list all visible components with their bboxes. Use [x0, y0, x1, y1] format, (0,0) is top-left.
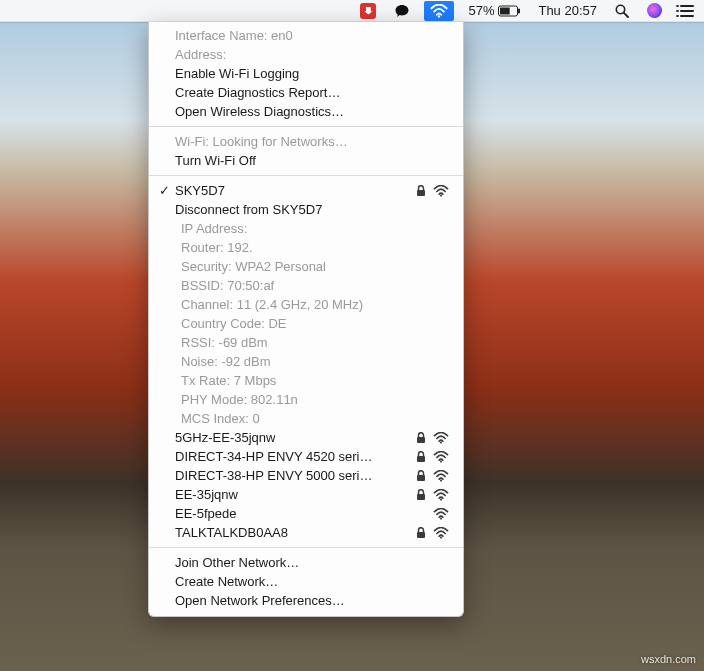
separator	[149, 126, 463, 127]
detail-noise: Noise: -92 dBm	[149, 352, 463, 371]
network-name: EE-5fpede	[175, 504, 236, 523]
wifi-signal-icon	[433, 508, 449, 520]
wifi-dropdown: Interface Name: en0 Address: Enable Wi-F…	[148, 22, 464, 617]
lock-icon	[416, 489, 426, 501]
lock-icon	[416, 527, 426, 539]
network-item[interactable]: EE-35jqnw	[149, 485, 463, 504]
create-diagnostics-report[interactable]: Create Diagnostics Report…	[149, 83, 463, 102]
join-other-network[interactable]: Join Other Network…	[149, 553, 463, 572]
wifi-signal-icon	[433, 527, 449, 539]
open-network-preferences[interactable]: Open Network Preferences…	[149, 591, 463, 610]
clock[interactable]: Thu 20:57	[534, 0, 601, 22]
lock-icon	[416, 432, 426, 444]
network-item[interactable]: EE-5fpede	[149, 504, 463, 523]
wifi-status: Wi-Fi: Looking for Networks…	[149, 132, 463, 151]
chat-bubble-icon[interactable]	[390, 0, 414, 22]
detail-security: Security: WPA2 Personal	[149, 257, 463, 276]
separator	[149, 547, 463, 548]
network-item[interactable]: DIRECT-38-HP ENVY 5000 seri…	[149, 466, 463, 485]
detail-mcs: MCS Index: 0	[149, 409, 463, 428]
network-name: DIRECT-38-HP ENVY 5000 seri…	[175, 466, 372, 485]
wifi-signal-icon	[433, 470, 449, 482]
interface-name: Interface Name: en0	[149, 26, 463, 45]
network-name: TALKTALKDB0AA8	[175, 523, 288, 542]
detail-channel: Channel: 11 (2.4 GHz, 20 MHz)	[149, 295, 463, 314]
wifi-signal-icon	[433, 185, 449, 197]
lock-icon	[416, 451, 426, 463]
network-item[interactable]: DIRECT-34-HP ENVY 4520 seri…	[149, 447, 463, 466]
address-line: Address:	[149, 45, 463, 64]
turn-wifi-off[interactable]: Turn Wi-Fi Off	[149, 151, 463, 170]
lock-icon	[416, 185, 426, 197]
separator	[149, 175, 463, 176]
battery-status[interactable]: 57%	[464, 0, 524, 22]
battery-percent: 57%	[468, 3, 494, 18]
network-name: EE-35jqnw	[175, 485, 238, 504]
open-wireless-diagnostics[interactable]: Open Wireless Diagnostics…	[149, 102, 463, 121]
network-name: SKY5D7	[175, 181, 225, 200]
network-name: DIRECT-34-HP ENVY 4520 seri…	[175, 447, 372, 466]
security-status-icon[interactable]	[356, 0, 380, 22]
detail-phy: PHY Mode: 802.11n	[149, 390, 463, 409]
network-item[interactable]: 5GHz-EE-35jqnw	[149, 428, 463, 447]
detail-txrate: Tx Rate: 7 Mbps	[149, 371, 463, 390]
disconnect-network[interactable]: Disconnect from SKY5D7	[149, 200, 463, 219]
enable-wifi-logging[interactable]: Enable Wi-Fi Logging	[149, 64, 463, 83]
connected-network[interactable]: SKY5D7	[149, 181, 463, 200]
network-name: 5GHz-EE-35jqnw	[175, 428, 275, 447]
detail-ip: IP Address:	[149, 219, 463, 238]
detail-bssid: BSSID: 70:50:af	[149, 276, 463, 295]
create-network[interactable]: Create Network…	[149, 572, 463, 591]
wifi-signal-icon	[433, 489, 449, 501]
notification-center-icon[interactable]	[676, 0, 698, 22]
spotlight-icon[interactable]	[611, 0, 633, 22]
watermark: wsxdn.com	[641, 653, 696, 665]
wifi-menubar-icon[interactable]	[424, 1, 454, 21]
detail-country: Country Code: DE	[149, 314, 463, 333]
wifi-signal-icon	[433, 432, 449, 444]
siri-icon[interactable]	[643, 0, 666, 22]
detail-router: Router: 192.	[149, 238, 463, 257]
network-item[interactable]: TALKTALKDB0AA8	[149, 523, 463, 542]
wifi-signal-icon	[433, 451, 449, 463]
detail-rssi: RSSI: -69 dBm	[149, 333, 463, 352]
battery-icon	[498, 5, 520, 17]
menubar: 57% Thu 20:57	[0, 0, 704, 22]
lock-icon	[416, 470, 426, 482]
